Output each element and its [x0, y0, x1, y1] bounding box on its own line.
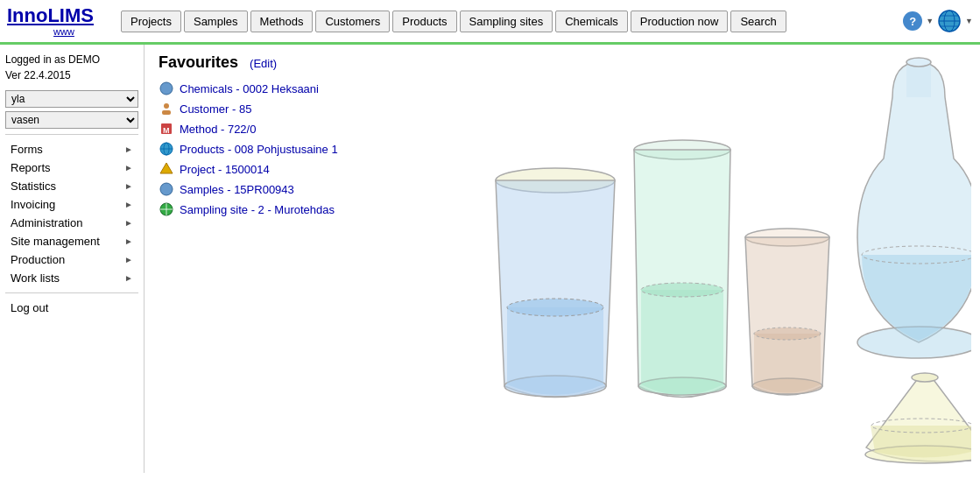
nav-btn-samples[interactable]: Samples — [184, 11, 248, 32]
arrow-invoicing: ► — [124, 200, 133, 209]
sidebar-select-side[interactable]: vasen oikea — [5, 111, 138, 129]
sidebar-item-production[interactable]: Production► — [5, 250, 138, 269]
nav-btn-chemicals[interactable]: Chemicals — [555, 11, 628, 32]
list-item: MMethod - 722/0 — [159, 121, 966, 137]
fav-icon-method: M — [159, 121, 174, 137]
fav-icon-sampling-site — [159, 201, 174, 217]
svg-point-6 — [164, 103, 169, 109]
svg-point-34 — [912, 373, 938, 382]
nav-btn-sampling-sites[interactable]: Sampling sites — [460, 11, 553, 32]
svg-point-36 — [871, 419, 971, 433]
arrow-production: ► — [124, 255, 133, 264]
arrow-statistics: ► — [124, 181, 133, 191]
help-dropdown-arrow[interactable]: ▼ — [926, 17, 934, 25]
fav-link-1[interactable]: Customer - 85 — [180, 102, 251, 116]
favourites-heading: Favourites (Edit) — [159, 53, 966, 72]
fav-link-6[interactable]: Sampling site - 2 - Murotehdas — [180, 203, 335, 216]
header: InnoLIMS www ProjectsSamplesMethodsCusto… — [0, 0, 980, 45]
list-item: Sampling site - 2 - Murotehdas — [159, 201, 966, 217]
sidebar-label-production: Production — [11, 253, 65, 266]
layout: Logged in as DEMO Ver 22.4.2015 yla kesk… — [0, 45, 980, 473]
svg-point-26 — [745, 229, 829, 246]
sidebar-item-administration[interactable]: Administration► — [5, 214, 138, 232]
header-icons: ? ▼ ▼ — [903, 9, 973, 33]
sidebar-item-statistics[interactable]: Statistics► — [5, 177, 138, 195]
fav-link-0[interactable]: Chemicals - 0002 Heksaani — [180, 82, 319, 95]
list-item: Products - 008 Pohjustusaine 1 — [159, 141, 966, 157]
svg-point-21 — [507, 299, 603, 316]
sidebar-item-forms[interactable]: Forms► — [5, 140, 138, 158]
version-label: Ver 22.4.2015 — [5, 67, 138, 83]
logo-subtitle: www — [7, 26, 121, 37]
sidebar-menu: Forms►Reports►Statistics►Invoicing►Admin… — [5, 140, 138, 287]
arrow-forms: ► — [124, 144, 133, 154]
svg-point-14 — [160, 183, 173, 195]
svg-rect-7 — [162, 110, 171, 115]
nav-btn-search[interactable]: Search — [730, 11, 786, 32]
nav-btn-products[interactable]: Products — [392, 11, 456, 32]
sidebar-user-info: Logged in as DEMO Ver 22.4.2015 — [5, 52, 138, 83]
fav-icon-products — [159, 141, 174, 157]
svg-point-5 — [160, 82, 173, 95]
arrow-reports: ► — [124, 163, 133, 173]
fav-link-2[interactable]: Method - 722/0 — [180, 123, 256, 136]
sidebar-divider-2 — [5, 292, 138, 293]
svg-point-28 — [754, 328, 821, 340]
globe-icon[interactable] — [937, 9, 962, 33]
fav-icon-project — [159, 161, 174, 177]
sidebar-label-work-lists: Work lists — [11, 271, 60, 285]
arrow-work-lists: ► — [124, 273, 133, 283]
fav-link-3[interactable]: Products - 008 Pohjustusaine 1 — [180, 143, 338, 156]
logged-in-label: Logged in as DEMO — [5, 52, 138, 67]
svg-text:M: M — [163, 126, 170, 135]
logout-label: Log out — [11, 301, 48, 314]
arrow-site-management: ► — [124, 236, 133, 246]
main-nav: ProjectsSamplesMethodsCustomersProductsS… — [121, 11, 896, 32]
sidebar-label-reports: Reports — [11, 161, 51, 174]
sidebar-label-statistics: Statistics — [11, 180, 56, 193]
sidebar-item-work-lists[interactable]: Work lists► — [5, 269, 138, 287]
arrow-administration: ► — [124, 218, 133, 228]
fav-icon-chemicals — [159, 81, 174, 96]
favourites-list: Chemicals - 0002 HeksaaniCustomer - 85MM… — [159, 81, 966, 217]
nav-btn-methods[interactable]: Methods — [250, 11, 314, 32]
fav-icon-customer — [159, 101, 174, 116]
svg-point-25 — [641, 283, 723, 297]
sidebar: Logged in as DEMO Ver 22.4.2015 yla kesk… — [0, 45, 145, 473]
sidebar-label-invoicing: Invoicing — [11, 198, 55, 211]
svg-point-27 — [752, 378, 822, 394]
sidebar-item-logout[interactable]: Log out — [5, 299, 138, 317]
svg-point-23 — [638, 377, 726, 395]
list-item: Chemicals - 0002 Heksaani — [159, 81, 966, 96]
svg-point-35 — [865, 446, 971, 463]
nav-btn-projects[interactable]: Projects — [121, 11, 181, 32]
list-item: Customer - 85 — [159, 101, 966, 116]
edit-link[interactable]: (Edit) — [250, 57, 277, 70]
fav-icon-samples — [159, 181, 174, 197]
svg-point-19 — [504, 376, 606, 397]
sidebar-label-site-management: Site management — [11, 235, 100, 248]
sidebar-divider-1 — [5, 134, 138, 135]
svg-point-29 — [754, 328, 821, 340]
svg-point-30 — [857, 327, 971, 358]
fav-link-5[interactable]: Samples - 15PR00943 — [180, 183, 294, 196]
nav-btn-production-now[interactable]: Production now — [631, 11, 729, 32]
logo-title: InnoLIMS — [7, 5, 121, 26]
fav-link-4[interactable]: Project - 1500014 — [180, 163, 270, 176]
svg-point-20 — [507, 299, 603, 316]
globe-dropdown-arrow[interactable]: ▼ — [965, 17, 973, 25]
sidebar-item-invoicing[interactable]: Invoicing► — [5, 195, 138, 214]
sidebar-label-forms: Forms — [11, 143, 43, 156]
svg-marker-13 — [160, 163, 173, 173]
logo: InnoLIMS www — [7, 5, 121, 37]
list-item: Samples - 15PR00943 — [159, 181, 966, 197]
sidebar-item-site-management[interactable]: Site management► — [5, 232, 138, 250]
list-item: Project - 1500014 — [159, 161, 966, 177]
svg-point-24 — [641, 283, 723, 297]
sidebar-select-position[interactable]: yla keski ala — [5, 90, 138, 108]
favourites-title-text: Favourites — [159, 53, 238, 71]
sidebar-item-reports[interactable]: Reports► — [5, 158, 138, 177]
main-content: Favourites (Edit) Chemicals - 0002 Heksa… — [145, 45, 980, 473]
help-icon[interactable]: ? — [903, 11, 922, 31]
nav-btn-customers[interactable]: Customers — [315, 11, 390, 32]
